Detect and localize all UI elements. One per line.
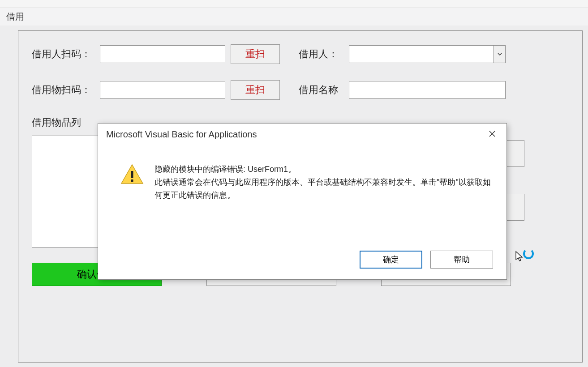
item-name-label: 借用名称	[299, 83, 343, 97]
borrower-label: 借用人：	[299, 47, 343, 61]
dialog-message-line2: 此错误通常会在代码与此应用程序的版本、平台或基础结构不兼容时发生。单击"帮助"以…	[155, 176, 493, 202]
dialog-close-button[interactable]	[483, 127, 501, 141]
borrower-scan-label: 借用人扫码：	[32, 47, 94, 61]
item-name-combo-wrap	[349, 81, 506, 99]
dialog-ok-button[interactable]: 确定	[360, 251, 422, 269]
warning-icon	[120, 163, 144, 186]
dialog-help-button[interactable]: 帮助	[430, 251, 493, 269]
dialog-title: Microsoft Visual Basic for Applications	[106, 129, 257, 140]
borrower-combo-wrap	[349, 45, 506, 63]
dialog-message: 隐藏的模块中的编译错误: UserForm1。 此错误通常会在代码与此应用程序的…	[155, 163, 493, 201]
dialog-message-line1: 隐藏的模块中的编译错误: UserForm1。	[155, 163, 493, 176]
vba-error-dialog: Microsoft Visual Basic for Applications …	[98, 123, 507, 280]
svg-rect-1	[131, 179, 133, 182]
row-item-scan: 借用物扫码： 重扫 借用名称	[32, 80, 569, 100]
item-scan-input[interactable]	[100, 81, 225, 99]
item-name-combo[interactable]	[349, 81, 506, 99]
borrower-rescan-button[interactable]: 重扫	[231, 44, 280, 64]
row-borrower-scan: 借用人扫码： 重扫 借用人：	[32, 44, 569, 64]
dialog-body: 隐藏的模块中的编译错误: UserForm1。 此错误通常会在代码与此应用程序的…	[98, 145, 506, 210]
item-scan-label: 借用物扫码：	[32, 83, 94, 97]
dialog-button-row: 确定 帮助	[360, 251, 493, 269]
item-rescan-button[interactable]: 重扫	[231, 80, 280, 100]
busy-spinner-icon	[523, 248, 534, 259]
ribbon-strip	[0, 0, 588, 8]
cursor-icon	[515, 251, 524, 264]
dialog-titlebar: Microsoft Visual Basic for Applications	[98, 124, 506, 145]
form-window-title: 借用	[0, 8, 588, 26]
svg-rect-0	[131, 171, 133, 178]
borrower-scan-input[interactable]	[100, 45, 225, 63]
close-icon	[489, 131, 495, 138]
borrower-combo[interactable]	[349, 45, 506, 63]
